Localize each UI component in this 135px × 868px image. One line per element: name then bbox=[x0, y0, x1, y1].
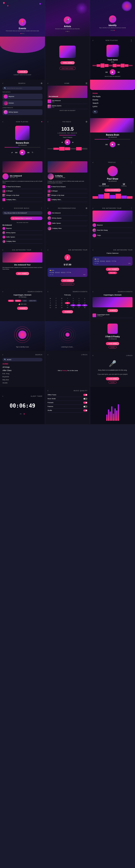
cal-28[interactable]: 28 bbox=[82, 307, 88, 309]
song-row-1[interactable]: A Head Full of Dreams bbox=[47, 185, 88, 189]
back-arrow[interactable]: ‹ bbox=[47, 390, 48, 392]
cal-18[interactable]: 18 bbox=[65, 304, 70, 306]
more-icon[interactable]: ⋮ bbox=[40, 207, 42, 209]
cal-6[interactable]: 6 bbox=[76, 300, 82, 302]
rec-item-4[interactable]: Coldplay Vibes bbox=[47, 226, 88, 231]
buy-ticket-btn-3[interactable]: BUY TICKET bbox=[106, 268, 119, 271]
back-arrow[interactable]: ‹ bbox=[2, 395, 3, 397]
back-arrow[interactable]: ‹ bbox=[2, 290, 3, 293]
settings-icon[interactable]: ⚙ bbox=[86, 121, 88, 123]
back-arrow[interactable]: ‹ bbox=[47, 121, 48, 123]
song-row-4[interactable]: Coldplay Vibes... bbox=[47, 198, 88, 202]
back-arrow[interactable]: ‹ bbox=[47, 82, 48, 85]
btn-small-song[interactable]: SMALL SONG bbox=[60, 61, 74, 64]
save-song-btn-2[interactable]: SAVE SONG bbox=[106, 377, 119, 380]
song-row-2[interactable]: A Whisper bbox=[47, 189, 88, 193]
suggestion-7[interactable]: Shuttle bbox=[2, 381, 42, 384]
tour-artist-3[interactable]: Tulips bbox=[93, 233, 133, 238]
progress-bar[interactable] bbox=[95, 139, 131, 140]
result-event-1[interactable]: Copenhagen Event 19 February bbox=[93, 313, 133, 318]
song-row-1[interactable]: A Head Full of Dreams bbox=[2, 185, 42, 189]
song-item-2[interactable]: Britney Spears Artist bbox=[47, 104, 88, 109]
play-btn[interactable]: ▶ bbox=[20, 150, 25, 155]
filter-icon[interactable]: ⚙ bbox=[41, 82, 42, 85]
menu-item-home[interactable]: Home bbox=[93, 92, 133, 95]
chat-artist-2[interactable]: Britney Spears bbox=[2, 231, 42, 235]
song-row-4[interactable]: Coldplay Vibes... bbox=[2, 198, 42, 202]
more-icon[interactable]: ⋮ bbox=[40, 249, 42, 251]
follow-artist-btn[interactable]: FOLLOW ARTIST bbox=[104, 189, 121, 192]
suggestion-3[interactable]: After Class bbox=[2, 369, 42, 372]
btn-another-song[interactable]: ANOTHER SONG bbox=[60, 67, 76, 70]
back-arrow[interactable]: ‹ bbox=[47, 353, 48, 356]
suggestion-4[interactable]: B.B. King bbox=[2, 372, 42, 375]
cal-10[interactable]: 10 bbox=[59, 302, 65, 304]
rec-item-2[interactable]: Britney Spears bbox=[47, 216, 88, 221]
back-arrow[interactable]: ‹ bbox=[47, 249, 48, 251]
tour-artist-1[interactable]: Beyonce bbox=[93, 223, 133, 228]
cal-11[interactable]: 11 bbox=[65, 302, 70, 304]
cal-17[interactable]: 17 bbox=[59, 304, 65, 306]
chat-artist-4[interactable]: Coldplay Vibes bbox=[2, 239, 42, 244]
identify-ring-outer[interactable] bbox=[14, 327, 31, 343]
tour-artist-2[interactable]: Real Slim Shady bbox=[93, 228, 133, 233]
cal-14[interactable]: 14 bbox=[82, 302, 88, 304]
buy-ticket-btn[interactable]: BUY TICKET bbox=[16, 272, 29, 275]
back-arrow[interactable]: ‹ bbox=[93, 161, 93, 163]
prev-btn[interactable]: ⏮ bbox=[105, 143, 108, 146]
cal-4[interactable]: 4 bbox=[65, 300, 70, 302]
share-btn[interactable]: SHARE bbox=[108, 346, 116, 348]
next-station[interactable]: ▸ bbox=[72, 141, 74, 144]
play-radio[interactable]: ▶ bbox=[65, 139, 70, 145]
play-btn[interactable]: ▶ bbox=[110, 69, 115, 75]
cal-25[interactable]: 25 bbox=[65, 307, 70, 309]
back-arrow[interactable]: ‹ bbox=[93, 249, 93, 251]
repeat-btn[interactable]: ↻ bbox=[32, 151, 33, 153]
menu-item-lyrics[interactable]: Lyrics bbox=[93, 105, 133, 108]
back-arrow[interactable]: ‹ bbox=[2, 82, 3, 85]
cal-12[interactable]: 12 bbox=[70, 302, 76, 304]
back-arrow[interactable]: ‹ bbox=[47, 207, 48, 209]
back-arrow[interactable]: ‹ bbox=[93, 207, 93, 209]
share-btn-2[interactable]: SHARE bbox=[108, 381, 116, 383]
cal-16[interactable]: 16 bbox=[53, 304, 59, 306]
progress-bar[interactable] bbox=[4, 147, 40, 148]
cal-24[interactable]: 24 bbox=[59, 307, 65, 309]
save-song-btn[interactable]: SAVE SONG bbox=[106, 342, 119, 345]
play-btn[interactable]: ▶ bbox=[110, 142, 115, 147]
prev-station[interactable]: ◂ bbox=[61, 141, 63, 144]
signup-button[interactable]: SIGN UP bbox=[17, 70, 28, 73]
toggle-offline[interactable] bbox=[83, 394, 88, 396]
toggle-features[interactable] bbox=[83, 406, 88, 408]
timer-minus[interactable]: − bbox=[20, 412, 22, 416]
result-search-btn[interactable]: SEARCH bbox=[107, 309, 118, 312]
back-arrow[interactable]: ‹ bbox=[93, 354, 93, 356]
cal-2[interactable]: 2 bbox=[53, 300, 59, 302]
rec-item-3[interactable]: Dafter Spears bbox=[47, 221, 88, 226]
chat-artist-3[interactable]: Dafter Spears bbox=[2, 235, 42, 239]
shuffle-btn[interactable]: ⇌ bbox=[11, 151, 13, 153]
toggle-shuffle[interactable] bbox=[83, 409, 88, 411]
cal-1[interactable]: 1 bbox=[47, 300, 53, 302]
cal-search-btn[interactable]: SEARCH bbox=[62, 310, 73, 313]
artist-card-britney[interactable]: Britney Spears bbox=[2, 109, 42, 115]
menu-item-search[interactable]: Search bbox=[93, 101, 133, 105]
menu-icon[interactable]: ☰ bbox=[86, 82, 88, 85]
prev-btn[interactable]: ⏮ bbox=[105, 71, 108, 73]
toggle-podcasts[interactable] bbox=[83, 402, 88, 404]
buy-ticket-btn-2[interactable]: BUY TICKET bbox=[61, 279, 74, 282]
toggle-studio[interactable] bbox=[83, 398, 88, 400]
back-arrow[interactable]: ‹ bbox=[2, 353, 3, 356]
menu-search-bar[interactable]: 🔍 bbox=[93, 110, 98, 114]
search-bar[interactable]: 🔍 Search here for song, artist... bbox=[2, 87, 42, 90]
back-arrow[interactable]: ‹ bbox=[2, 249, 3, 251]
heart-icon[interactable]: ♥ bbox=[41, 121, 42, 123]
cal-22[interactable]: 22 bbox=[47, 307, 53, 309]
more-icon[interactable]: ⋮ bbox=[130, 39, 133, 42]
search-events-btn[interactable]: SEARCH bbox=[17, 307, 28, 310]
next-btn[interactable]: ⏭ bbox=[117, 71, 120, 73]
suggestion-1[interactable]: AC/DC bbox=[2, 362, 42, 366]
cal-26[interactable]: 26 bbox=[70, 307, 76, 309]
rec-item-1[interactable]: Die Antwoord bbox=[47, 211, 88, 216]
back-arrow[interactable]: ‹ bbox=[93, 39, 93, 41]
